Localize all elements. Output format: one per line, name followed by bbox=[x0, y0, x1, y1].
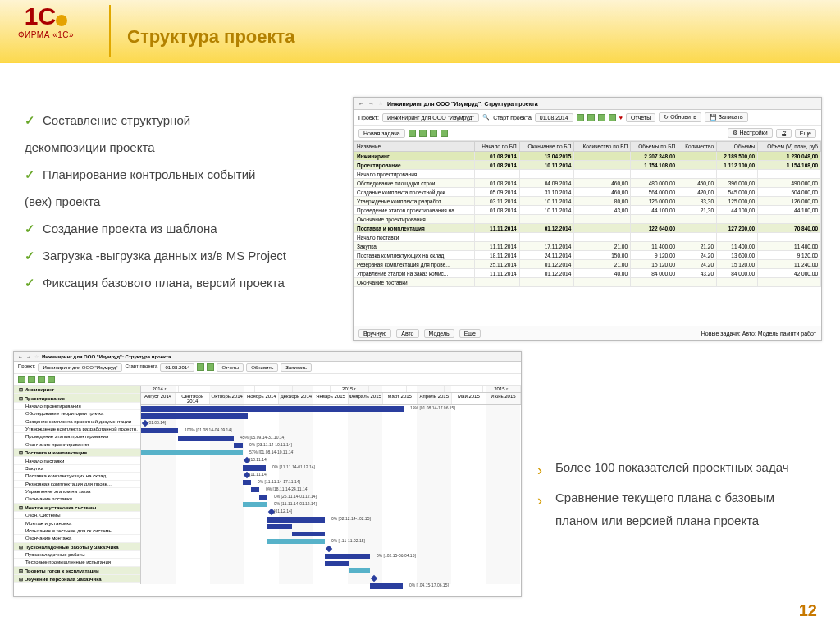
tool-icon[interactable] bbox=[409, 130, 416, 137]
tool-icon[interactable] bbox=[197, 363, 204, 371]
more2-button[interactable]: Еще bbox=[459, 329, 481, 338]
tool-icon[interactable] bbox=[38, 376, 45, 383]
status-text: Новые задачи: Авто; Модель памяти работ bbox=[701, 331, 816, 336]
reports-button[interactable]: Отчеты bbox=[626, 113, 655, 122]
bullets-right: Более 100 показателей проектных задач Ср… bbox=[537, 456, 816, 540]
data-grid[interactable]: НазваниеНачало по БПОкончание по БПКолич… bbox=[354, 141, 821, 287]
tool-icon[interactable] bbox=[430, 130, 437, 137]
nav-back-icon[interactable]: ← bbox=[358, 101, 364, 107]
nav-fwd-icon[interactable]: → bbox=[368, 101, 374, 107]
page-title: Структура проекта bbox=[127, 26, 295, 48]
toolbar-1: Проект: Инжиниринг для ООО "Изумруд" 🔍 С… bbox=[354, 110, 821, 126]
reports-button[interactable]: Отчеты bbox=[217, 363, 244, 372]
tool-icon[interactable] bbox=[441, 130, 448, 137]
more-button[interactable]: Еще bbox=[795, 129, 816, 138]
tool-icon[interactable] bbox=[207, 363, 214, 371]
tool-icon[interactable] bbox=[419, 130, 427, 137]
tool-icon[interactable] bbox=[28, 376, 35, 383]
refresh-button[interactable]: Обновить bbox=[246, 363, 278, 372]
toolbar-2: Новая задача ⚙ Настройки 🖨 Еще bbox=[354, 126, 821, 141]
nav-fwd-icon[interactable]: → bbox=[26, 354, 31, 359]
manual-button[interactable]: Вручную bbox=[358, 329, 391, 338]
tool-icon[interactable] bbox=[587, 114, 595, 121]
page-number: 12 bbox=[799, 601, 817, 620]
settings-button[interactable]: ⚙ Настройки bbox=[728, 128, 772, 138]
bullets-left: Составление структурной декомпозиции про… bbox=[25, 107, 336, 296]
tool-icon[interactable] bbox=[609, 114, 616, 121]
save-button[interactable]: Записать bbox=[281, 363, 312, 372]
tool-icon[interactable] bbox=[18, 376, 25, 383]
tool-icon[interactable]: ♥ bbox=[619, 115, 623, 121]
table-window: ← → ☆ Инжиниринг для ООО "Изумруд": Стру… bbox=[353, 97, 822, 341]
new-task-button[interactable]: Новая задача bbox=[358, 129, 405, 138]
window-title: Инжиниринг для ООО "Изумруд": Структура … bbox=[387, 101, 538, 107]
nav-back-icon[interactable]: ← bbox=[18, 354, 23, 359]
star-icon[interactable]: ☆ bbox=[378, 100, 383, 107]
logo: 1С ФИРМА «1С» bbox=[18, 7, 74, 39]
refresh-button[interactable]: ↻ Обновить bbox=[659, 112, 701, 122]
auto-button[interactable]: Авто bbox=[396, 329, 418, 338]
start-date-field[interactable]: 01.08.2014 bbox=[535, 113, 573, 122]
tool-icon[interactable] bbox=[598, 114, 605, 121]
star-icon[interactable]: ☆ bbox=[34, 354, 39, 359]
print-icon[interactable]: 🖨 bbox=[776, 129, 792, 138]
gantt-chart[interactable]: 2014 г.2015 г.2015 г. Август 2014Сентябр… bbox=[141, 386, 521, 584]
search-icon[interactable]: 🔍 bbox=[482, 114, 490, 121]
save-button[interactable]: 💾 Записать bbox=[705, 112, 748, 122]
task-list[interactable]: ⊟ Инжиниринг⊟ ПроектированиеНачало проек… bbox=[14, 386, 141, 584]
project-field[interactable]: Инжиниринг для ООО "Изумруд" bbox=[38, 363, 122, 372]
window-title: Инжиниринг для ООО "Изумруд": Структура … bbox=[42, 354, 171, 359]
start-date-field[interactable]: 01.08.2014 bbox=[160, 363, 194, 372]
model-button[interactable]: Модель bbox=[424, 329, 454, 338]
table-footer: Вручную Авто Модель Еще Новые задачи: Ав… bbox=[354, 326, 821, 340]
gantt-window: ← → ☆ Инжиниринг для ООО "Изумруд": Стру… bbox=[13, 351, 522, 597]
tool-icon[interactable] bbox=[577, 114, 584, 121]
project-field[interactable]: Инжиниринг для ООО "Изумруд" bbox=[382, 113, 479, 122]
tool-icon[interactable] bbox=[48, 376, 55, 383]
